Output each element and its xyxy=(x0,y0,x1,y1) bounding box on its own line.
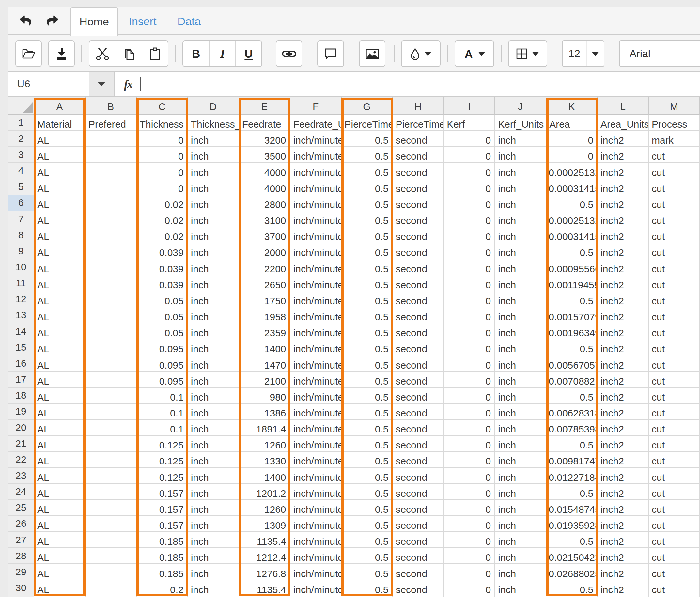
svg-text:A: A xyxy=(465,49,473,59)
